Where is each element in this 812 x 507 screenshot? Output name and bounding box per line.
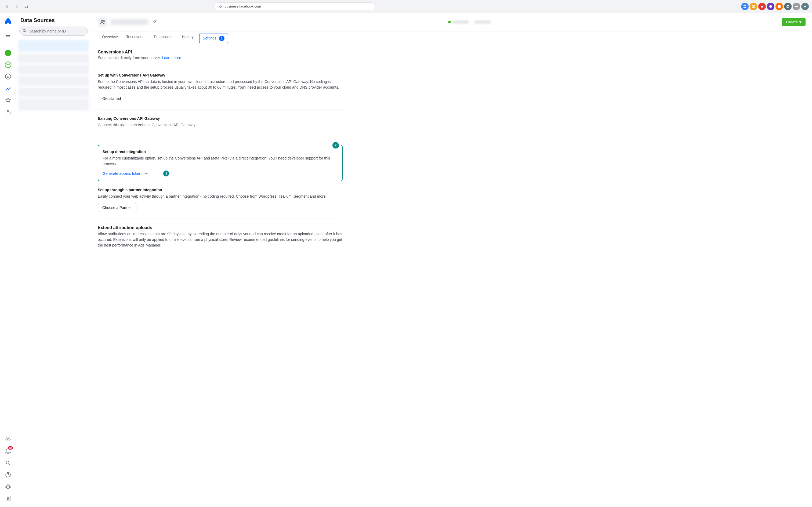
setup-gateway-title: Set up with Conversions API Gateway: [98, 73, 343, 77]
star-button[interactable]: [3, 95, 13, 106]
status-dot-green: [448, 21, 451, 23]
learn-more-link[interactable]: Learn more: [162, 56, 181, 60]
svg-point-15: [7, 76, 7, 76]
content-area: Conversions API Send events directly fro…: [91, 43, 349, 271]
notifications-button[interactable]: 12: [3, 446, 13, 456]
main-header: Create ▾: [91, 13, 812, 32]
analytics-button[interactable]: [3, 83, 13, 94]
edit-icon[interactable]: [153, 19, 157, 25]
step-badge-3: 3: [163, 171, 169, 176]
back-button[interactable]: [3, 3, 11, 10]
choose-partner-button[interactable]: Choose a Partner: [98, 203, 136, 212]
tab-test-events[interactable]: Test events: [122, 32, 150, 43]
list-item[interactable]: [18, 99, 89, 110]
add-icon: [5, 61, 11, 68]
ext-icon-5[interactable]: [775, 3, 783, 10]
svg-point-17: [7, 439, 9, 440]
gift-icon: [5, 109, 11, 115]
sidebar-search-container: [19, 26, 88, 36]
forward-button[interactable]: [13, 3, 20, 10]
question-icon: [5, 472, 11, 478]
svg-point-6: [769, 5, 772, 8]
svg-point-24: [101, 20, 103, 22]
svg-point-20: [8, 476, 8, 476]
browser-extensions: [741, 3, 809, 10]
extend-attribution-desc: Allow attributions on impressions that a…: [98, 231, 343, 248]
refresh-button[interactable]: [22, 3, 30, 10]
svg-point-5: [753, 6, 754, 7]
tabs-bar: Overview Test events Diagnostics History…: [91, 32, 812, 43]
svg-rect-1: [745, 5, 746, 6]
sidebar: Data Sources: [16, 13, 91, 507]
emoji-icon: [5, 73, 11, 79]
report-button[interactable]: [3, 493, 13, 504]
tab-overview[interactable]: Overview: [98, 32, 122, 43]
meta-logo-button[interactable]: [3, 16, 13, 27]
menu-icon: [5, 33, 11, 38]
top-right-status: [448, 20, 490, 23]
svg-rect-7: [778, 5, 780, 8]
ext-icon-7[interactable]: [793, 3, 800, 10]
analytics-icon: [5, 86, 11, 91]
list-item[interactable]: [18, 65, 89, 74]
search-input[interactable]: [19, 26, 88, 36]
svg-rect-0: [744, 5, 745, 6]
browser-chrome: business.facebook.com: [0, 0, 812, 13]
page-title: Data Sources: [16, 13, 91, 26]
people-icon: [100, 19, 105, 25]
add-button[interactable]: [3, 59, 13, 70]
list-item[interactable]: [18, 53, 89, 63]
extend-attribution-title: Extend attribution uploads: [98, 225, 343, 230]
report-icon: [5, 496, 11, 501]
direct-integration-section: 2 Set up direct integration For a more c…: [98, 145, 343, 181]
address-bar[interactable]: business.facebook.com: [214, 2, 375, 10]
gear-icon: [5, 436, 11, 442]
ext-icon-6[interactable]: [784, 3, 792, 10]
ext-icon-3[interactable]: [758, 3, 766, 10]
ext-icon-8[interactable]: [801, 3, 809, 10]
notification-count: 12: [8, 446, 13, 450]
svg-point-18: [6, 461, 9, 464]
list-item[interactable]: [18, 40, 89, 52]
step-badge-2: 2: [333, 142, 339, 149]
create-button[interactable]: Create ▾: [781, 18, 806, 26]
pixel-icon: [98, 17, 107, 27]
svg-rect-12: [6, 37, 10, 37]
setup-gateway-section: Set up with Conversions API Gateway Set …: [98, 73, 343, 110]
svg-rect-2: [744, 7, 745, 8]
list-item[interactable]: [18, 76, 89, 86]
get-started-button[interactable]: Get started: [98, 94, 125, 103]
ext-icon-2[interactable]: [750, 3, 757, 10]
existing-gateway-desc: Connect this pixel to an existing Conver…: [98, 122, 343, 128]
settings-button[interactable]: [3, 434, 13, 445]
link-icon: [219, 5, 222, 8]
existing-gateway-title: Existing Conversions API Gateway: [98, 116, 343, 121]
gift-button[interactable]: [3, 107, 13, 117]
status-label-blurred: [453, 20, 469, 23]
green-status-button[interactable]: [3, 48, 13, 58]
generate-token-link[interactable]: Generate access token: [103, 171, 141, 176]
pixel-name: [111, 19, 148, 25]
list-item[interactable]: [18, 87, 89, 97]
partner-integration-section: Set up through a partner integration Eas…: [98, 188, 343, 219]
ext-icon-4[interactable]: [767, 3, 774, 10]
direct-integration-desc: For a more customizable option, set up t…: [103, 156, 338, 167]
token-row: Generate access token ←—— 3: [103, 171, 338, 176]
search-button[interactable]: [3, 458, 13, 468]
sidebar-search-icon: [22, 29, 26, 34]
svg-point-14: [5, 74, 11, 79]
conversions-api-section: Conversions API Send events directly fro…: [98, 50, 343, 71]
bug-button[interactable]: [3, 481, 13, 492]
help-button[interactable]: [3, 469, 13, 480]
tab-history[interactable]: History: [178, 32, 198, 43]
menu-button[interactable]: [3, 30, 13, 41]
app-container: 12: [0, 13, 812, 507]
status-label-blurred-2: [474, 20, 490, 23]
svg-rect-3: [745, 7, 746, 8]
ext-icon-1[interactable]: [741, 3, 749, 10]
tab-diagnostics[interactable]: Diagnostics: [150, 32, 177, 43]
url-text: business.facebook.com: [225, 4, 261, 8]
emoji-button[interactable]: [3, 71, 13, 82]
tab-settings[interactable]: Settings 1: [199, 34, 228, 43]
settings-badge: 1: [219, 36, 225, 41]
